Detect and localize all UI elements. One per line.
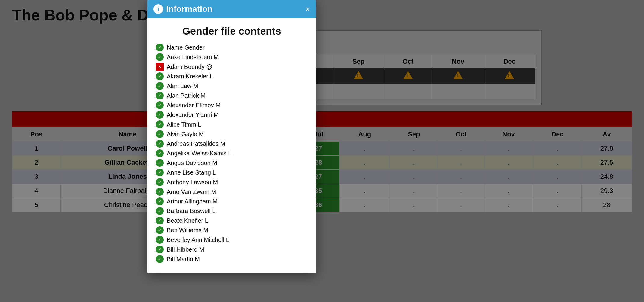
modal-body: Gender file contents ✓Name Gender✓Aake L… [147, 18, 316, 273]
gender-item-text: Beate Knefler L [167, 217, 208, 224]
gender-list-item: ✓Alvin Gayle M [156, 130, 308, 138]
gender-item-text: Beverley Ann Mitchell L [167, 236, 229, 243]
check-icon: ✓ [156, 111, 164, 119]
check-icon: ✓ [156, 53, 164, 61]
gender-list-item: ✓Arno Van Zwam M [156, 188, 308, 196]
gender-item-text: Bill Martin M [167, 256, 200, 263]
check-icon: ✓ [156, 217, 164, 224]
check-icon: ✓ [156, 236, 164, 244]
modal-overlay: i Information × Gender file contents ✓Na… [0, 0, 644, 302]
gender-file-list: ✓Name Gender✓Aake Lindstroem M✕Adam Boun… [156, 44, 308, 263]
check-icon: ✓ [156, 140, 164, 148]
gender-item-text: Anthony Lawson M [167, 179, 218, 186]
information-modal: i Information × Gender file contents ✓Na… [147, 0, 316, 273]
check-icon: ✓ [156, 188, 164, 196]
check-icon: ✓ [156, 149, 164, 157]
gender-item-text: Andreas Patsalides M [167, 140, 225, 147]
check-icon: ✓ [156, 130, 164, 138]
gender-item-text: Alice Timm L [167, 121, 201, 128]
check-icon: ✓ [156, 120, 164, 128]
gender-list-item: ✕Adam Boundy @ [156, 63, 308, 71]
check-icon: ✓ [156, 255, 164, 263]
gender-item-text: Ben Williams M [167, 227, 208, 234]
gender-item-text: Arno Van Zwam M [167, 188, 216, 195]
gender-item-text: Aake Lindstroem M [167, 54, 218, 61]
modal-header-left: i Information [153, 4, 212, 14]
gender-list-item: ✓Angus Davidson M [156, 159, 308, 167]
gender-list-item: ✓Ben Williams M [156, 226, 308, 234]
modal-title: Information [166, 4, 212, 14]
gender-item-text: Adam Boundy @ [167, 63, 212, 70]
check-icon: ✓ [156, 44, 164, 51]
check-icon: ✓ [156, 72, 164, 80]
gender-list-item: ✓Bill Hibberd M [156, 246, 308, 253]
gender-list-item: ✓Alan Law M [156, 82, 308, 90]
info-icon: i [153, 4, 163, 14]
check-icon: ✓ [156, 226, 164, 234]
modal-content-title: Gender file contents [156, 25, 308, 37]
gender-item-text: Alan Patrick M [167, 92, 206, 99]
check-icon: ✓ [156, 92, 164, 99]
gender-list-item: ✓Beate Knefler L [156, 217, 308, 224]
gender-list-item: ✓Angelika Weiss-Kamis L [156, 149, 308, 157]
gender-item-text: Alan Law M [167, 83, 198, 90]
gender-item-text: Angus Davidson M [167, 160, 217, 166]
gender-list-item: ✓Name Gender [156, 44, 308, 51]
gender-list-item: ✓Andreas Patsalides M [156, 140, 308, 148]
gender-list-item: ✓Bill Martin M [156, 255, 308, 263]
gender-item-text: Arthur Allingham M [167, 198, 218, 205]
check-icon: ✓ [156, 159, 164, 167]
gender-item-text: Bill Hibberd M [167, 246, 204, 253]
gender-list-item: ✓Alan Patrick M [156, 92, 308, 99]
check-icon: ✓ [156, 207, 164, 215]
gender-list-item: ✓Aake Lindstroem M [156, 53, 308, 61]
check-icon: ✓ [156, 178, 164, 186]
gender-list-item: ✓Beverley Ann Mitchell L [156, 236, 308, 244]
gender-item-text: Anne Lise Stang L [167, 169, 216, 176]
gender-list-item: ✓Anthony Lawson M [156, 178, 308, 186]
gender-list-item: ✓Alexander Efimov M [156, 101, 308, 109]
check-icon: ✓ [156, 82, 164, 90]
gender-list-item: ✓Arthur Allingham M [156, 197, 308, 205]
gender-item-text: Angelika Weiss-Kamis L [167, 150, 231, 157]
gender-item-text: Barbara Boswell L [167, 208, 215, 215]
gender-list-item: ✓Alexander Yianni M [156, 111, 308, 119]
check-icon: ✓ [156, 101, 164, 109]
error-icon: ✕ [156, 63, 164, 71]
gender-item-text: Akram Krekeler L [167, 73, 213, 80]
gender-item-text: Alexander Yianni M [167, 111, 218, 118]
modal-close-button[interactable]: × [305, 5, 310, 13]
modal-header: i Information × [147, 0, 316, 18]
gender-item-text: Name Gender [167, 44, 205, 51]
check-icon: ✓ [156, 246, 164, 253]
gender-item-text: Alexander Efimov M [167, 102, 221, 109]
check-icon: ✓ [156, 169, 164, 176]
gender-list-item: ✓Alice Timm L [156, 120, 308, 128]
gender-list-item: ✓Barbara Boswell L [156, 207, 308, 215]
check-icon: ✓ [156, 197, 164, 205]
gender-list-item: ✓Akram Krekeler L [156, 72, 308, 80]
gender-list-item: ✓Anne Lise Stang L [156, 169, 308, 176]
gender-item-text: Alvin Gayle M [167, 131, 204, 138]
